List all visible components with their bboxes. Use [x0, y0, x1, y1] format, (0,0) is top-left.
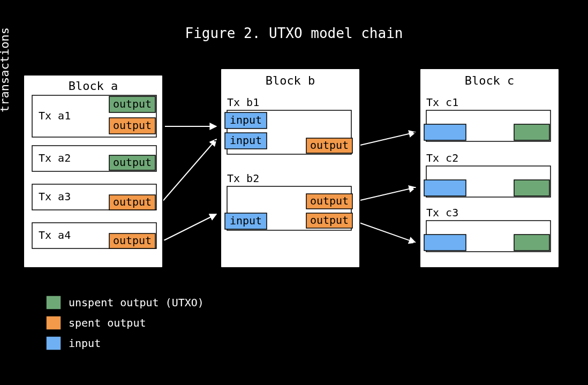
block-a-title: Block a	[69, 79, 118, 93]
svg-line-6	[353, 132, 416, 147]
svg-line-2	[161, 139, 216, 203]
svg-text:input: input	[230, 134, 262, 147]
svg-line-8	[353, 187, 416, 202]
block-b: Block b Tx b1 input input output Tx b2 o…	[221, 69, 360, 268]
svg-text:output: output	[310, 194, 349, 207]
block-b-title: Block b	[266, 74, 315, 87]
svg-line-10	[353, 221, 416, 243]
tx-a4: Tx a4 output	[32, 223, 156, 248]
row-label-transactions: transactions	[0, 27, 11, 112]
tx-c2-input-0	[424, 180, 466, 196]
tx-a3: Tx a3 output	[32, 184, 156, 210]
svg-text:Tx a1: Tx a1	[39, 109, 71, 122]
block-c-title: Block c	[465, 74, 515, 87]
svg-text:output: output	[113, 156, 152, 169]
figure-title: Figure 2. UTXO model chain	[185, 25, 403, 41]
svg-text:Tx a3: Tx a3	[39, 190, 71, 203]
tx-c1-input-0	[424, 124, 466, 140]
legend-swatch-spent	[46, 316, 61, 330]
tx-c3-output-0	[514, 235, 549, 251]
block-a: Block a Tx a1 output output Tx a2 output…	[24, 75, 163, 268]
svg-text:Tx a2: Tx a2	[39, 152, 71, 164]
block-c: Block c Tx c1 Tx c2 Tx c3	[420, 69, 559, 268]
svg-text:input: input	[230, 114, 262, 126]
svg-text:input: input	[230, 214, 262, 227]
svg-text:output: output	[310, 214, 349, 227]
svg-text:Tx a4: Tx a4	[39, 229, 71, 241]
tx-c1-output-0	[514, 124, 549, 140]
tx-c3-input-0	[424, 235, 466, 251]
legend-label-unspent: unspent output (UTXO)	[69, 296, 204, 309]
svg-text:Tx c1: Tx c1	[426, 96, 458, 109]
legend-swatch-unspent	[46, 296, 61, 309]
svg-text:output: output	[113, 119, 152, 132]
legend-label-input: input	[69, 337, 101, 350]
svg-text:Tx b2: Tx b2	[227, 172, 259, 185]
legend: unspent output (UTXO) spent output input	[46, 296, 204, 350]
svg-text:output: output	[113, 195, 152, 208]
svg-text:output: output	[113, 97, 152, 110]
svg-text:output: output	[113, 234, 152, 247]
svg-text:Tx c3: Tx c3	[426, 206, 458, 219]
svg-text:Tx c2: Tx c2	[426, 152, 458, 164]
legend-label-spent: spent output	[69, 316, 146, 329]
legend-swatch-input	[46, 336, 61, 350]
tx-a2: Tx a2 output	[32, 146, 156, 171]
svg-text:output: output	[310, 139, 349, 152]
svg-line-4	[161, 214, 216, 242]
svg-text:Tx b1: Tx b1	[227, 96, 259, 109]
tx-a1: Tx a1 output output	[32, 95, 156, 137]
tx-c2-output-0	[514, 180, 549, 196]
